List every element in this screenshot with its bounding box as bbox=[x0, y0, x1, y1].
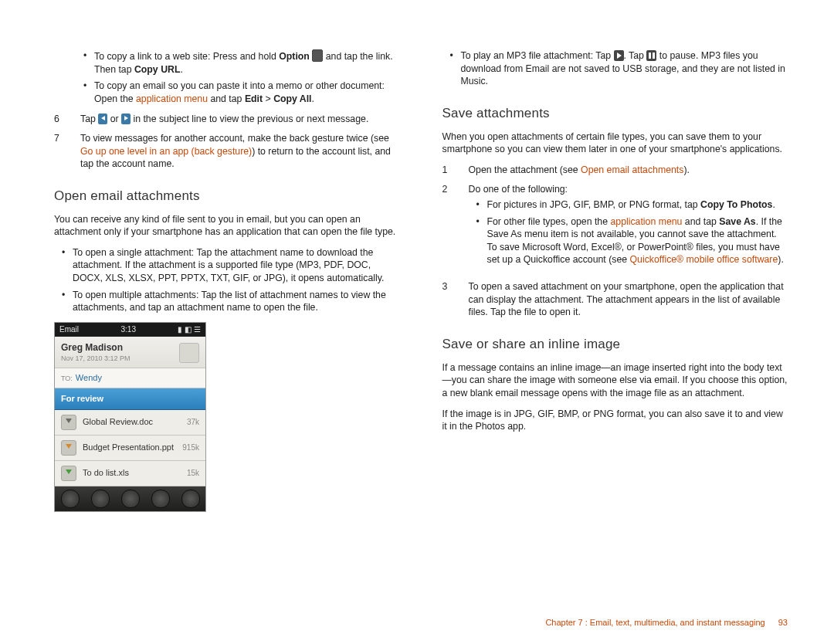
open-email-attachments-link[interactable]: Open email attachments bbox=[581, 164, 683, 175]
save-step-1: 1 Open the attachment (see Open email at… bbox=[442, 164, 788, 177]
phone-file-size: 37k bbox=[187, 417, 199, 428]
phone-avatar-icon bbox=[179, 343, 199, 363]
footer-page-number: 93 bbox=[778, 618, 788, 627]
open-single-bullet: To open a single attachment: Tap the att… bbox=[65, 246, 400, 285]
save-step-3: 3 To open a saved attachment on your sma… bbox=[442, 280, 788, 319]
prev-arrow-icon bbox=[98, 114, 107, 124]
left-column: To copy a link to a web site: Press and … bbox=[54, 46, 400, 629]
page-footer: Chapter 7 : Email, text, multimedia, and… bbox=[545, 617, 788, 629]
download-icon bbox=[61, 440, 76, 456]
back-gesture-link[interactable]: Go up one level in an app (back gesture) bbox=[80, 146, 252, 157]
application-menu-link[interactable]: application menu bbox=[136, 93, 208, 104]
phone-toolbar-button bbox=[151, 490, 170, 508]
phone-toolbar bbox=[55, 486, 205, 511]
step-number: 6 bbox=[54, 113, 68, 126]
heading-open-attachments: Open email attachments bbox=[54, 188, 400, 205]
phone-attachment-row: To do list.xls 15k bbox=[55, 461, 205, 486]
phone-file-name: Global Review.doc bbox=[83, 416, 187, 428]
phone-toolbar-button bbox=[91, 490, 110, 508]
phone-attachment-row: Budget Presentation.ppt 915k bbox=[55, 436, 205, 461]
pause-icon bbox=[646, 50, 656, 61]
phone-status-icons: ▮ ◧ ☰ bbox=[178, 324, 201, 335]
phone-attachment-row: Global Review.doc 37k bbox=[55, 410, 205, 436]
save-as-bullet: For other file types, open the applicati… bbox=[480, 215, 788, 266]
footer-chapter: Chapter 7 : Email, text, multimedia, and… bbox=[545, 618, 764, 627]
step-7: 7 To view messages for another account, … bbox=[54, 132, 400, 171]
inline-image-p2: If the image is in JPG, GIF, BMP, or PNG… bbox=[442, 408, 788, 433]
phone-status-app: Email bbox=[59, 324, 79, 335]
download-icon bbox=[61, 466, 76, 481]
open-attachments-intro: You can receive any kind of file sent to… bbox=[54, 213, 400, 239]
inline-image-p1: If a message contains an inline image—an… bbox=[442, 361, 788, 400]
phone-file-size: 915k bbox=[182, 442, 199, 453]
phone-toolbar-button bbox=[181, 490, 200, 508]
phone-toolbar-button bbox=[121, 490, 140, 508]
application-menu-link[interactable]: application menu bbox=[610, 216, 682, 227]
step-number: 7 bbox=[54, 132, 68, 171]
step-number: 2 bbox=[442, 183, 456, 275]
step-number: 1 bbox=[442, 164, 456, 177]
mp3-bullet: To play an MP3 file attachment: Tap . Ta… bbox=[453, 49, 788, 88]
phone-file-name: Budget Presentation.ppt bbox=[83, 442, 182, 453]
save-attachments-intro: When you open attachments of certain fil… bbox=[442, 130, 788, 156]
copy-to-photos-bullet: For pictures in JPG, GIF, BMP, or PNG fo… bbox=[480, 198, 788, 212]
heading-save-attachments: Save attachments bbox=[442, 105, 788, 123]
heading-inline-image: Save or share an inline image bbox=[442, 336, 788, 354]
save-step-2: 2 Do one of the following: For pictures … bbox=[442, 183, 788, 275]
step-number: 3 bbox=[442, 280, 456, 319]
right-column: To play an MP3 file attachment: Tap . Ta… bbox=[442, 46, 788, 629]
next-arrow-icon bbox=[121, 114, 131, 124]
open-multiple-bullet: To open multiple attachments: Tap the li… bbox=[65, 289, 400, 314]
phone-file-name: To do list.xls bbox=[83, 467, 187, 479]
phone-to-label: TO: bbox=[61, 375, 73, 382]
copy-link-bullet: To copy a link to a web site: Press and … bbox=[86, 49, 400, 76]
phone-to-name: Wendy bbox=[76, 373, 102, 382]
play-icon bbox=[614, 50, 624, 61]
phone-toolbar-button bbox=[61, 490, 80, 508]
quickoffice-link[interactable]: Quickoffice® mobile office software bbox=[630, 254, 778, 265]
phone-subject: For review bbox=[55, 388, 205, 410]
option-key-icon bbox=[312, 49, 323, 62]
step-6: 6 Tap or in the subject line to view the… bbox=[54, 113, 400, 126]
phone-file-size: 15k bbox=[187, 468, 199, 479]
phone-screenshot: Email 3:13 ▮ ◧ ☰ Greg Madison Nov 17, 20… bbox=[54, 322, 206, 512]
copy-email-bullet: To copy an email so you can paste it int… bbox=[86, 80, 400, 105]
download-icon bbox=[61, 415, 76, 430]
phone-status-time: 3:13 bbox=[120, 324, 135, 335]
